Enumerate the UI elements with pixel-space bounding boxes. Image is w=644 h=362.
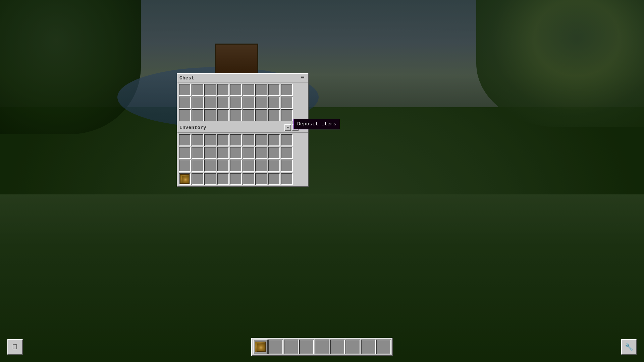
- chest-slot-6[interactable]: [255, 84, 267, 96]
- inv-slot-0[interactable]: [179, 134, 191, 146]
- hotbar-slot-0[interactable]: [179, 173, 191, 185]
- hotbar-slot-8[interactable]: [281, 173, 293, 185]
- wrench-icon: 🔧: [625, 343, 633, 351]
- chest-slot-18[interactable]: [179, 109, 191, 121]
- inv-slot-20[interactable]: [204, 160, 216, 172]
- chest-slot-14[interactable]: [243, 97, 255, 109]
- corner-right-button[interactable]: 🔧: [621, 339, 637, 355]
- bottom-hotbar-slot-6[interactable]: [345, 340, 360, 354]
- corner-left-button[interactable]: 🗒: [7, 339, 23, 355]
- hotbar-grid: [179, 173, 307, 185]
- inv-slot-18[interactable]: [179, 160, 191, 172]
- inv-slot-12[interactable]: [217, 147, 229, 159]
- inv-slot-13[interactable]: [230, 147, 242, 159]
- hotbar-slot-1[interactable]: [192, 173, 204, 185]
- chest-slot-2[interactable]: [204, 84, 216, 96]
- chest-slot-24[interactable]: [255, 109, 267, 121]
- chest-slot-23[interactable]: [243, 109, 255, 121]
- inv-slot-25[interactable]: [268, 160, 280, 172]
- chest-slot-13[interactable]: [230, 97, 242, 109]
- inv-slot-9[interactable]: [179, 147, 191, 159]
- chest-title: Chest: [179, 75, 195, 81]
- chest-slot-1[interactable]: [192, 84, 204, 96]
- chest-slot-10[interactable]: [192, 97, 204, 109]
- inv-slot-26[interactable]: [281, 160, 293, 172]
- chest-slot-26[interactable]: [281, 109, 293, 121]
- chest-slot-15[interactable]: [255, 97, 267, 109]
- inv-slot-1[interactable]: [192, 134, 204, 146]
- inv-slot-11[interactable]: [204, 147, 216, 159]
- chest-grid-section: [177, 82, 308, 123]
- bottom-hotbar-slot-8[interactable]: [376, 340, 391, 354]
- chest-slot-25[interactable]: [268, 109, 280, 121]
- chest-grid: [179, 84, 307, 121]
- chest-slot-21[interactable]: [217, 109, 229, 121]
- hotbar-slot-3[interactable]: [217, 173, 229, 185]
- book-icon: 🗒: [11, 343, 19, 352]
- inv-slot-4[interactable]: [230, 134, 242, 146]
- chest-slot-12[interactable]: [217, 97, 229, 109]
- inv-slot-15[interactable]: [255, 147, 267, 159]
- inv-slot-23[interactable]: [243, 160, 255, 172]
- inv-slot-10[interactable]: [192, 147, 204, 159]
- bottom-hotbar-slot-0[interactable]: [253, 340, 268, 354]
- inv-slot-19[interactable]: [192, 160, 204, 172]
- chest-slot-7[interactable]: [268, 84, 280, 96]
- inv-slot-2[interactable]: [204, 134, 216, 146]
- chest-close-icon[interactable]: ☰: [299, 75, 306, 81]
- inv-slot-14[interactable]: [243, 147, 255, 159]
- inv-slot-21[interactable]: [217, 160, 229, 172]
- inventory-header: Inventory ≡ + ☰: [177, 123, 308, 133]
- inv-slot-24[interactable]: [255, 160, 267, 172]
- bottom-hotbar-slot-7[interactable]: [361, 340, 376, 354]
- chest-slot-3[interactable]: [217, 84, 229, 96]
- inventory-title: Inventory: [179, 125, 206, 130]
- chest-slot-22[interactable]: [230, 109, 242, 121]
- inv-slot-16[interactable]: [268, 147, 280, 159]
- inventory-window: Chest ☰ Inventory ≡ + ☰: [177, 73, 309, 187]
- inventory-header-buttons: ≡ + ☰: [284, 124, 306, 131]
- inventory-grid: [179, 134, 307, 172]
- hotbar-slot-5[interactable]: [243, 173, 255, 185]
- inv-slot-17[interactable]: [281, 147, 293, 159]
- bottom-hotbar-slot-4[interactable]: [315, 340, 329, 354]
- oak-log-mini-item: [255, 342, 266, 352]
- chest-slot-8[interactable]: [281, 84, 293, 96]
- chest-slot-16[interactable]: [268, 97, 280, 109]
- bottom-hotbar-slot-3[interactable]: [299, 340, 314, 354]
- chest-slot-11[interactable]: [204, 97, 216, 109]
- bottom-hotbar-slot-1[interactable]: [268, 340, 283, 354]
- chest-slot-19[interactable]: [192, 109, 204, 121]
- inv-slot-7[interactable]: [268, 134, 280, 146]
- chest-slot-9[interactable]: [179, 97, 191, 109]
- bottom-hotbar-slot-2[interactable]: [284, 340, 299, 354]
- bottom-hotbar: [251, 338, 393, 356]
- hotbar-slot-4[interactable]: [230, 173, 242, 185]
- dark-overlay: [0, 0, 644, 362]
- inv-slot-8[interactable]: [281, 134, 293, 146]
- chest-slot-4[interactable]: [230, 84, 242, 96]
- chest-slot-20[interactable]: [204, 109, 216, 121]
- hotbar-slot-6[interactable]: [255, 173, 267, 185]
- inv-slot-3[interactable]: [217, 134, 229, 146]
- chest-slot-0[interactable]: [179, 84, 191, 96]
- inventory-close-icon[interactable]: ☰: [299, 125, 306, 130]
- hotbar-slot-7[interactable]: [268, 173, 280, 185]
- bottom-hotbar-slot-5[interactable]: [330, 340, 345, 354]
- deposit-button[interactable]: +: [292, 124, 299, 131]
- inv-slot-6[interactable]: [255, 134, 267, 146]
- chest-slot-17[interactable]: [281, 97, 293, 109]
- sort-button[interactable]: ≡: [284, 124, 291, 131]
- chest-slot-5[interactable]: [243, 84, 255, 96]
- inv-slot-22[interactable]: [230, 160, 242, 172]
- inventory-grid-section: [177, 133, 308, 186]
- hotbar-slot-2[interactable]: [204, 173, 216, 185]
- chest-header: Chest ☰: [177, 74, 308, 82]
- inv-slot-5[interactable]: [243, 134, 255, 146]
- oak-log-item: [180, 174, 190, 184]
